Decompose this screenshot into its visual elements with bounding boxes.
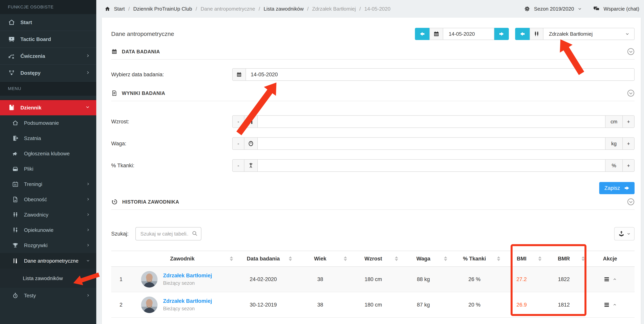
height-ruler-icon	[244, 115, 258, 128]
sort-icon[interactable]	[344, 256, 347, 261]
sidebar-item-opiekunowie[interactable]: Opiekunowie	[0, 222, 96, 238]
col-zawodnik[interactable]: Zawodnik	[131, 256, 234, 262]
breadcrumb: Start / Dziennik ProTrainUp Club / Dane …	[104, 6, 390, 12]
player-select[interactable]: Zdrzałek Bartłomiej	[544, 28, 634, 40]
player-prev-button[interactable]	[515, 28, 530, 40]
date-navigator-value[interactable]: 14-05-2020	[443, 28, 494, 40]
sidebar-section-menu: MENU	[0, 82, 96, 96]
save-row: Zapisz	[102, 172, 641, 194]
sort-icon[interactable]	[582, 256, 585, 261]
fat-input-group: - % +	[232, 159, 634, 172]
strategy-icon	[8, 52, 15, 60]
collapse-section-icon[interactable]	[627, 89, 634, 97]
sidebar: FUNKCJE OSOBISTE Start Tactic Board Ćwic…	[0, 0, 96, 324]
col-wiek[interactable]: Wiek	[293, 256, 348, 262]
breadcrumb-start[interactable]: Start	[114, 6, 125, 12]
support-chat-link[interactable]: Wsparcie (chat)	[593, 5, 639, 12]
breadcrumb-date: 14-05-2020	[364, 6, 390, 12]
sort-icon[interactable]	[538, 256, 542, 261]
section-data-badania: DATA BADANIA	[111, 45, 634, 60]
header-navigators: 14-05-2020 Zdrzałek Bartłomiej	[415, 28, 634, 40]
breadcrumb-dane-antropometryczne[interactable]: Dane antropometryczne	[200, 6, 255, 12]
file-check-icon	[12, 196, 19, 203]
player-link[interactable]: Zdrzałek Bartłomiej	[163, 273, 212, 279]
cell-bmr: 1822	[542, 276, 586, 282]
sidebar-item-dane-antropometryczne[interactable]: Dane antropometryczne	[0, 253, 96, 269]
collapse-section-icon[interactable]	[627, 198, 634, 205]
menu-bars-icon	[603, 302, 610, 308]
sidebar-item-podsumowanie[interactable]: Podsumowanie	[0, 115, 96, 131]
cell-fat: 26 %	[448, 276, 501, 282]
chevron-right-icon	[86, 227, 90, 233]
chevron-up-icon	[613, 303, 617, 307]
app-root: FUNKCJE OSOBISTE Start Tactic Board Ćwic…	[0, 0, 644, 324]
fat-unit: %	[605, 159, 623, 172]
home-icon[interactable]	[104, 6, 110, 12]
weight-field-label: Waga:	[111, 141, 232, 147]
sort-icon[interactable]	[230, 256, 233, 261]
export-button[interactable]	[614, 227, 634, 240]
sidebar-item-ogloszenia[interactable]: Ogłoszenia klubowe	[0, 146, 96, 161]
scale-icon	[244, 137, 258, 150]
decrement-button[interactable]: -	[232, 115, 244, 128]
decrement-button[interactable]: -	[232, 137, 244, 150]
trophy-icon	[12, 242, 19, 249]
sidebar-item-start[interactable]: Start	[0, 14, 96, 31]
sidebar-item-tactic-board[interactable]: Tactic Board	[0, 31, 96, 48]
col-tkanki[interactable]: % Tkanki	[448, 256, 501, 262]
increment-button[interactable]: +	[622, 159, 634, 172]
sidebar-item-dostepy[interactable]: Dostępy	[0, 65, 96, 82]
date-input[interactable]	[246, 68, 634, 81]
save-button[interactable]: Zapisz	[599, 182, 634, 194]
chevron-right-icon	[86, 293, 90, 299]
sort-icon[interactable]	[497, 256, 500, 261]
two-people-icon	[530, 28, 544, 40]
avatar	[141, 297, 158, 313]
table-row: 1 Zdrzałek Bartłomiej Bieżący sezon 24-0…	[111, 267, 634, 292]
collapse-section-icon[interactable]	[627, 48, 634, 55]
row-actions-button[interactable]	[603, 302, 617, 308]
fat-input[interactable]	[257, 159, 606, 172]
season-selector[interactable]: Sezon 2019/2020	[524, 5, 582, 12]
sidebar-item-dziennik[interactable]: Dziennik	[0, 100, 96, 115]
date-prev-button[interactable]	[415, 28, 430, 40]
sidebar-item-testy[interactable]: Testy	[0, 288, 96, 303]
player-season: Bieżący sezon	[163, 306, 212, 312]
col-bmi[interactable]: BMI	[501, 256, 542, 262]
sidebar-item-obecnosc[interactable]: Obecność	[0, 192, 96, 207]
sidebar-item-rozgrywki[interactable]: Rozgrywki	[0, 238, 96, 253]
sidebar-item-zawodnicy[interactable]: Zawodnicy	[0, 207, 96, 222]
decrement-button[interactable]: -	[232, 159, 244, 172]
sidebar-item-cwiczenia[interactable]: Ćwiczenia	[0, 48, 96, 65]
increment-button[interactable]: +	[622, 137, 634, 150]
sidebar-item-szatnia[interactable]: Szatnia	[0, 131, 96, 146]
chevron-right-icon	[86, 181, 90, 187]
sort-icon[interactable]	[444, 256, 447, 261]
sidebar-item-pliki[interactable]: Pliki	[0, 161, 96, 176]
date-next-button[interactable]	[494, 28, 509, 40]
body-icon	[244, 159, 258, 172]
breadcrumb-dziennik[interactable]: Dziennik ProTrainUp Club	[133, 6, 192, 12]
chevron-down-icon	[85, 105, 90, 111]
col-waga[interactable]: Waga	[399, 256, 448, 262]
card-head: Dane antropometryczne 14-05-2020 Zdrzałe…	[102, 18, 641, 45]
player-link[interactable]: Zdrzałek Bartłomiej	[163, 298, 212, 304]
breadcrumb-player[interactable]: Zdrzałek Bartłomiej	[312, 6, 356, 12]
chevron-up-icon	[613, 277, 617, 281]
breadcrumb-lista-zawodnikow[interactable]: Lista zawodników	[264, 6, 304, 12]
sort-icon[interactable]	[289, 256, 292, 261]
sidebar-item-lista-zawodnikow[interactable]: Lista zawodników	[0, 269, 96, 288]
sidebar-item-treningi[interactable]: Treningi	[0, 176, 96, 192]
increment-button[interactable]: +	[622, 115, 634, 128]
weight-input[interactable]	[257, 137, 606, 150]
chat-bubbles-icon	[593, 5, 600, 12]
sort-icon[interactable]	[395, 256, 398, 261]
search-row: Szukaj:	[111, 227, 634, 240]
col-bmr[interactable]: BMR	[542, 256, 586, 262]
cell-height: 180 cm	[348, 276, 399, 282]
height-input[interactable]	[257, 115, 606, 128]
col-wzrost[interactable]: Wzrost	[348, 256, 399, 262]
cell-date: 30-12-2019	[234, 302, 293, 308]
row-actions-button[interactable]	[603, 276, 617, 283]
col-data-badania[interactable]: Data badania	[234, 256, 293, 262]
